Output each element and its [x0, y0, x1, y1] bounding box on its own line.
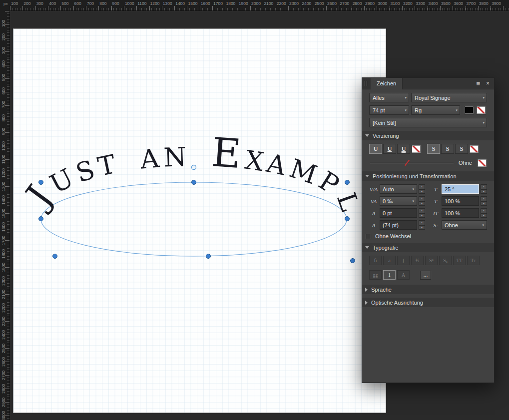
font-weight-dropdown[interactable]: Rg: [411, 105, 460, 115]
tracking-stepper[interactable]: [419, 196, 425, 206]
ruler-tick-label: 2100: [1, 290, 6, 299]
ruler-tick-label: 900: [1, 128, 6, 135]
tab-zeichen[interactable]: Zeichen: [371, 78, 403, 89]
section-header-positionierung[interactable]: Positionierung und Transformation: [362, 171, 494, 181]
decoration-line-color-swatch[interactable]: [477, 159, 487, 167]
ruler-tick-label: 700: [1, 101, 6, 108]
strikethrough-single-button[interactable]: S: [441, 144, 454, 154]
font-family-dropdown[interactable]: Royal Signage: [411, 93, 487, 102]
ruler-tick-label: 400: [49, 1, 56, 6]
ruler-tick-label: 3100: [391, 1, 400, 6]
alternates-button[interactable]: a: [383, 256, 396, 265]
tracking-icon: VA: [369, 198, 378, 204]
ruler-tick-label: 2300: [289, 1, 299, 6]
shear-stepper[interactable]: [481, 184, 487, 194]
ruler-tick-label: 300: [1, 47, 6, 54]
fractions-button[interactable]: ½: [411, 256, 424, 265]
panel-title: Zeichen: [377, 80, 396, 86]
document-page[interactable]: JUST AN EXAMPLE: [13, 29, 386, 413]
ruler-tick-label: 2100: [264, 1, 273, 6]
text-style-dropdown[interactable]: [Kein Stil]: [369, 118, 487, 127]
tabular-figures-button[interactable]: 1: [383, 270, 396, 280]
selection-handle-mid-left[interactable]: [39, 217, 43, 221]
page-grid: [13, 29, 386, 413]
strikethrough-none-button[interactable]: S: [427, 144, 440, 154]
text-stroke-color-swatch[interactable]: [476, 106, 486, 114]
selection-scope-dropdown[interactable]: Alles: [369, 93, 409, 102]
kerning-stepper[interactable]: [419, 184, 425, 194]
shear-angle-input[interactable]: 25 °: [442, 184, 479, 194]
selection-handle-top-right[interactable]: [345, 180, 350, 185]
ligatures-button[interactable]: fi: [369, 256, 382, 265]
ruler-tick-label: 2200: [277, 1, 286, 6]
selection-handle-bottom-right[interactable]: [351, 259, 355, 263]
underline-single-button[interactable]: U: [383, 144, 396, 154]
ruler-tick-label: 3300: [416, 1, 425, 6]
kerning-dropdown[interactable]: Auto: [380, 184, 417, 194]
unit-text: px: [3, 1, 7, 6]
panel-close-icon[interactable]: ×: [486, 80, 490, 86]
subscript-button[interactable]: Sₐ: [439, 256, 452, 265]
section-header-optische-ausrichtung[interactable]: Optische Ausrichtung: [362, 298, 494, 307]
ruler-tick-label: 100: [11, 1, 18, 6]
leading-icon: A: [369, 222, 378, 228]
section-header-sprache[interactable]: Sprache: [362, 285, 494, 294]
vertical-scale-stepper[interactable]: [481, 196, 487, 206]
ruler-unit-label: px: [0, 0, 10, 11]
text-fill-color-swatch[interactable]: [464, 106, 474, 114]
strikethrough-double-button[interactable]: S: [455, 144, 468, 154]
app-window: px 1002003004005006007008009001000110012…: [0, 0, 509, 420]
selection-handle-top-left[interactable]: [39, 180, 43, 185]
panel-grip-icon[interactable]: [365, 81, 367, 86]
ruler-tick-label: 500: [61, 1, 68, 6]
glyph-variants-button[interactable]: gg: [369, 270, 382, 280]
ruler-tick-label: 3000: [378, 1, 387, 6]
ruler-tick-label: 3700: [467, 1, 476, 6]
baseline-shift-stepper[interactable]: [419, 208, 425, 218]
leading-stepper[interactable]: [419, 220, 425, 230]
section-header-typografie[interactable]: Typografie: [362, 243, 494, 252]
section-header-verzierung[interactable]: Verzierung: [362, 131, 494, 140]
all-caps-button[interactable]: TT: [453, 256, 466, 265]
horizontal-scale-stepper[interactable]: [481, 208, 487, 218]
s-option-dropdown[interactable]: Ohne: [442, 220, 487, 230]
ruler-tick-label: 2600: [327, 1, 337, 6]
ruler-tick-label: 2700: [1, 371, 6, 380]
text-path-start-handle[interactable]: [192, 165, 196, 170]
selection-handle-bottom-mid[interactable]: [206, 254, 211, 259]
vertical-scale-input[interactable]: 100 %: [442, 196, 479, 206]
section-expanded-icon: [365, 134, 369, 137]
underline-none-button[interactable]: U: [369, 144, 382, 154]
superscript-button[interactable]: Sᵃ: [425, 256, 438, 265]
ruler-tick-label: 1100: [137, 1, 146, 6]
tracking-dropdown[interactable]: 0 ‰: [380, 196, 417, 206]
italic-alternates-button[interactable]: A: [397, 270, 410, 280]
ruler-tick-label: 3200: [403, 1, 413, 6]
selection-handle-top-mid[interactable]: [192, 180, 196, 185]
ruler-tick-label: 400: [1, 60, 6, 67]
font-size-dropdown[interactable]: 74 pt: [369, 105, 409, 115]
strikethrough-color-swatch[interactable]: [469, 145, 479, 153]
ruler-tick-label: 800: [99, 1, 106, 6]
selection-handle-bottom-left[interactable]: [53, 254, 57, 259]
decoration-line-style-preview[interactable]: [369, 158, 455, 168]
leading-input[interactable]: (74 pt): [380, 220, 417, 230]
underline-color-swatch[interactable]: [411, 145, 421, 153]
baseline-shift-input[interactable]: 0 pt: [380, 208, 417, 218]
ruler-tick-label: 1400: [1, 195, 6, 205]
ohne-wechsel-checkbox[interactable]: Ohne Wechsel: [366, 233, 487, 239]
panel-menu-icon[interactable]: ≡: [476, 80, 480, 87]
selection-handle-mid-right[interactable]: [345, 217, 350, 221]
horizontal-scale-input[interactable]: 100 %: [442, 208, 479, 218]
decoration-line-none-label: Ohne: [459, 160, 472, 166]
shear-icon: T: [431, 186, 440, 192]
ruler-tick-label: 1200: [150, 1, 160, 6]
underline-double-button[interactable]: U: [397, 144, 410, 154]
ruler-tick-label: 200: [1, 33, 6, 40]
discretionary-ligatures-button[interactable]: ʄ: [397, 256, 410, 265]
small-caps-button[interactable]: Tᴛ: [467, 256, 480, 265]
more-typography-button[interactable]: ...: [420, 271, 431, 280]
ruler-tick-label: 1000: [1, 141, 6, 151]
panel-header: Zeichen ≡ ×: [362, 78, 494, 89]
ruler-tick-label: 1600: [1, 222, 6, 232]
